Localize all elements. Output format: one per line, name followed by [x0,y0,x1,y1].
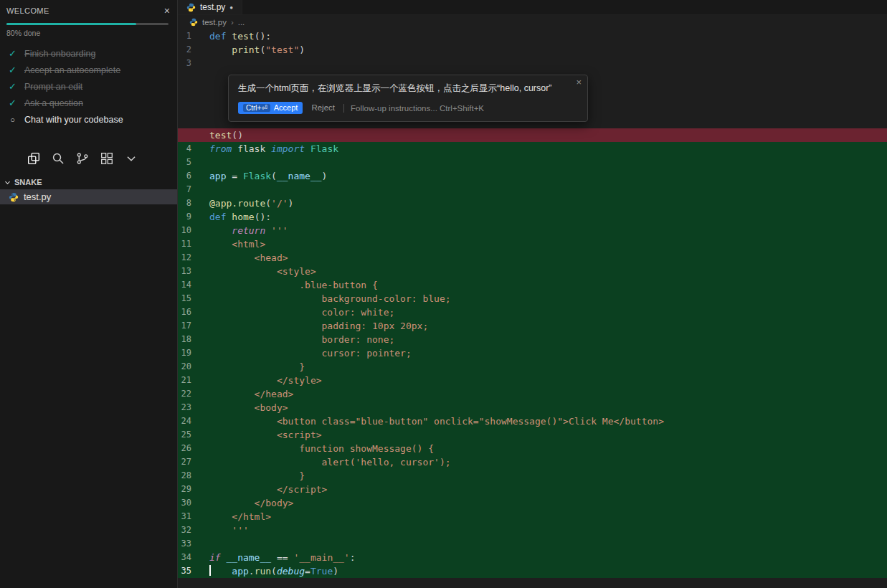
code-line[interactable]: 23 <body> [178,401,887,414]
code-line[interactable]: 25 <script> [178,428,887,442]
code-text: from flask import Flask [209,142,338,156]
code-line[interactable]: 22 </head> [178,387,887,401]
code-text: if __name__ == '__main__': [209,551,356,564]
search-icon[interactable] [52,152,65,165]
code-text: } [209,360,305,374]
code-line[interactable]: 11 <html> [178,237,887,251]
code-line[interactable]: 24 <button class="blue-button" onclick="… [178,414,887,428]
sidebar-section-snake[interactable]: SNAKE [0,174,177,189]
check-icon: ✓ [7,65,18,75]
code-line[interactable]: 14 .blue-button { [178,278,887,292]
code-line[interactable]: 19 cursor: pointer; [178,346,887,360]
checklist-item[interactable]: ✓Prompt an edit [0,78,177,95]
code-line[interactable]: 6app = Flask(__name__) [178,169,887,183]
code-line[interactable]: 9def home(): [178,210,887,224]
breadcrumb[interactable]: test.py › ... [178,15,887,29]
line-number: 21 [178,374,209,387]
line-number: 15 [178,292,209,305]
code-text: alert('hello, cursor'); [209,455,451,469]
checklist-item[interactable]: ✓Accept an autocomplete [0,62,177,78]
python-icon [186,3,196,12]
code-lines-top: 1def test():2 print("test")3 [178,29,887,70]
code-text: ''' [209,523,249,537]
chevron-down-icon[interactable] [125,152,138,165]
code-line[interactable]: 12 <head> [178,251,887,265]
welcome-panel-header: WELCOME × [0,0,177,17]
code-line[interactable]: 13 <style> [178,265,887,278]
breadcrumb-more[interactable]: ... [238,18,245,27]
line-number: 33 [178,537,209,551]
sidebar: WELCOME × 80% done ✓Finish onboarding✓Ac… [0,0,178,588]
accept-button[interactable]: Ctrl+⏎ Accept [238,102,303,114]
source-control-icon[interactable] [76,152,89,165]
code-line[interactable]: 32 ''' [178,523,887,537]
code-line[interactable]: 26 function showMessage() { [178,442,887,455]
code-line[interactable]: 5 [178,156,887,169]
code-line[interactable]: 1def test(): [178,29,887,43]
code-text: <html> [209,237,265,251]
code-text: border: none; [209,333,394,346]
check-icon: ✓ [7,98,18,108]
extensions-icon[interactable] [100,152,113,165]
reject-button[interactable]: Reject [311,101,335,115]
code-line[interactable]: 4from flask import Flask [178,142,887,156]
close-icon[interactable]: × [576,77,582,87]
breadcrumb-file[interactable]: test.py [202,18,227,27]
code-line[interactable]: 30 </body> [178,496,887,510]
code-line[interactable]: 18 border: none; [178,333,887,346]
code-line[interactable]: 34if __name__ == '__main__': [178,551,887,564]
code-text: padding: 10px 20px; [209,319,428,333]
code-text: <button class="blue-button" onclick="sho… [209,414,664,428]
tab-label: test.py [200,2,225,12]
code-line[interactable]: 7 [178,183,887,196]
code-line[interactable]: 31 </html> [178,510,887,523]
followup-input[interactable] [343,104,578,113]
onboarding-checklist: ✓Finish onboarding✓Accept an autocomplet… [0,45,177,128]
code-line[interactable]: 33 [178,537,887,551]
code-line[interactable]: 16 color: white; [178,305,887,319]
app-window: WELCOME × 80% done ✓Finish onboarding✓Ac… [0,0,887,588]
code-text: app = Flask(__name__) [209,169,327,183]
ai-popup-actions: Ctrl+⏎ Accept Reject [229,98,587,121]
checklist-item[interactable]: ✓Ask a question [0,95,177,111]
code-line[interactable]: test() [178,128,887,142]
code-line[interactable]: 10 return ''' [178,224,887,237]
code-editor[interactable]: 1def test():2 print("test")3 生成一个html页面，… [178,29,887,588]
line-number: 18 [178,333,209,346]
line-number: 19 [178,346,209,360]
code-text: return ''' [209,224,288,237]
code-line[interactable]: 15 background-color: blue; [178,292,887,305]
line-number: 30 [178,496,209,510]
code-line[interactable]: 3 [178,57,887,70]
code-line[interactable]: 28 } [178,469,887,483]
code-line[interactable]: 21 </style> [178,374,887,387]
code-text: <body> [209,401,288,414]
python-icon [189,18,198,27]
modified-dot-icon[interactable]: ● [229,4,233,11]
line-number: 6 [178,169,209,183]
checklist-item[interactable]: ✓Finish onboarding [0,45,177,62]
line-number: 34 [178,551,209,564]
checklist-item[interactable]: ○Chat with your codebase [0,111,177,128]
close-icon[interactable]: × [164,6,170,16]
code-text: app.run(debug=True) [209,564,338,578]
ai-edit-popup: 生成一个html页面，在浏览器上显示一个蓝色按钮，点击之后显示“hello, c… [228,75,588,122]
code-line[interactable]: 29 </script> [178,483,887,496]
python-icon [9,192,19,202]
checklist-label: Accept an autocomplete [24,65,120,75]
line-number: 26 [178,442,209,455]
code-line[interactable]: 35 app.run(debug=True) [178,564,887,578]
code-text: </script> [209,483,327,496]
line-number: 5 [178,156,209,169]
code-line[interactable]: 20 } [178,360,887,374]
tab-testpy[interactable]: test.py ● [178,0,242,14]
code-text: </style> [209,374,322,387]
code-line[interactable]: 17 padding: 10px 20px; [178,319,887,333]
code-line[interactable]: 27 alert('hello, cursor'); [178,455,887,469]
code-line[interactable]: 8@app.route('/') [178,196,887,210]
line-number: 3 [178,57,209,70]
code-line[interactable]: 2 print("test") [178,43,887,57]
sidebar-file-testpy[interactable]: test.py [0,189,177,204]
code-text: background-color: blue; [209,292,451,305]
copy-icon[interactable] [27,152,40,165]
